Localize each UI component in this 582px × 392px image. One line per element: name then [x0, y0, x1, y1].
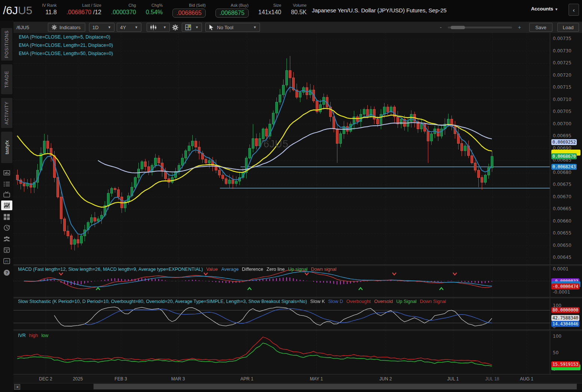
- ema50-indicator-label[interactable]: EMA (Price=CLOSE, Length=50, Displace=0): [19, 51, 113, 56]
- price-tick: 0.00655: [553, 230, 572, 236]
- time-axis-label: JUN 2: [373, 376, 399, 382]
- stat-last-size: Last / Size.0068670 /12: [67, 3, 101, 18]
- dashboard-icon[interactable]: [1, 212, 12, 222]
- tv-icon[interactable]: [1, 190, 12, 199]
- time-axis-label: JUL 1: [440, 376, 466, 382]
- time-axis-label: MAY 1: [303, 376, 330, 382]
- stat-label: Bid (Sell): [189, 3, 206, 8]
- stat-label: IV Rank: [42, 3, 56, 8]
- stat-value: .0068675: [215, 9, 249, 18]
- time-axis-label: APR 1: [234, 376, 260, 382]
- time-axis[interactable]: DEC 22025FEB 3MAR 3APR 1MAY 1JUN 2JUL 1J…: [13, 374, 582, 383]
- svg-text:?: ?: [6, 270, 8, 275]
- help-icon[interactable]: ?: [1, 268, 12, 278]
- price-tick: 0.00700: [553, 121, 572, 126]
- legend-item: Up signal: [288, 267, 307, 272]
- load-button[interactable]: Load: [557, 23, 579, 32]
- tastytrade-window: /6JU5 IV Rank11.8Last / Size.0068670 /12…: [0, 0, 582, 392]
- zoom-out-button[interactable]: -: [440, 24, 442, 30]
- save-button[interactable]: Save: [529, 23, 552, 32]
- legend-item: Overbought: [346, 299, 371, 304]
- collapse-panel-button[interactable]: ‹: [569, 4, 579, 16]
- legend-item: Value: [206, 267, 218, 272]
- stat-value: .0000370: [111, 9, 136, 16]
- timeframe-dropdown[interactable]: 1D▼: [89, 23, 114, 32]
- followers-icon[interactable]: [1, 234, 12, 244]
- zoom-control: - +: [440, 23, 521, 32]
- legend-item: Up Signal: [396, 299, 416, 304]
- watchlist-icon[interactable]: [1, 179, 12, 189]
- tab-positions[interactable]: POSITIONS: [1, 28, 12, 61]
- zoom-slider[interactable]: [448, 27, 512, 28]
- scroll-left-button[interactable]: ◄: [14, 384, 20, 390]
- ivr-indicator-label[interactable]: IVRhighlow: [18, 333, 48, 338]
- macd-indicator-label[interactable]: MACD (Fast length=12, Slow length=26, MA…: [18, 267, 336, 272]
- zoom-slider-thumb[interactable]: [451, 26, 465, 29]
- quote-stats: IV Rank11.8Last / Size.0068670 /12Chg.00…: [32, 3, 306, 18]
- accounts-label: Accounts: [531, 6, 553, 12]
- calendar-back-icon[interactable]: [1, 245, 12, 255]
- fixed-income-icon[interactable]: FI: [1, 256, 12, 266]
- chart-toolbar: /6JU5 Indicators 1D▼ 4Y▼ ▼: [13, 22, 582, 33]
- axis-badge: 0.0068670: [551, 153, 577, 159]
- stat-label: Size: [273, 3, 281, 8]
- legend-item: Slow K: [310, 299, 325, 304]
- stat-chg: Chg.0000370: [111, 3, 136, 18]
- stat-label: Volume: [293, 3, 307, 8]
- chart-settings-button[interactable]: [172, 23, 178, 32]
- timeframe-value: 1D: [92, 25, 99, 30]
- legend-item: high: [29, 333, 38, 338]
- stochastic-indicator-label[interactable]: Slow Stochastic (K Period=10, D Period=1…: [18, 299, 446, 304]
- zoom-in-button[interactable]: +: [518, 24, 521, 30]
- symbol: /6JU5: [3, 4, 32, 17]
- price-tick: 0.00665: [553, 206, 572, 211]
- price-tick: 0.00675: [553, 182, 572, 187]
- accounts-menu[interactable]: Accounts▾: [531, 6, 557, 12]
- drawing-tool-dropdown[interactable]: No Tool▼: [205, 23, 260, 32]
- ivr-tick: 100: [553, 334, 561, 339]
- history-clock-icon[interactable]: [1, 223, 12, 233]
- chart-watermark: /6JU5: [260, 138, 289, 150]
- indicators-button[interactable]: Indicators: [48, 23, 85, 32]
- gear-icon: [172, 24, 178, 31]
- chart-type-dropdown[interactable]: ▼: [147, 23, 170, 32]
- instrument-title: Japanese Yen/U.S. Dollar (JPY/USD) Futur…: [312, 7, 447, 13]
- tab-activity[interactable]: ACTIVITY: [1, 98, 12, 128]
- price-tick: 0.00730: [553, 48, 572, 53]
- price-tick: 0.00720: [553, 73, 572, 78]
- ema5-indicator-label[interactable]: EMA (Price=CLOSE, Length=5, Displace=0): [19, 34, 110, 40]
- time-axis-label: AUG 1: [514, 376, 540, 382]
- panel-splitter[interactable]: [13, 264, 582, 266]
- legend-item: low: [41, 333, 48, 338]
- ema21-indicator-label[interactable]: EMA (Price=CLOSE, Length=21, Displace=0): [19, 43, 113, 48]
- chart-area: /6JU5 EMA (Price=CLOSE, Length=5, Displa…: [13, 33, 582, 374]
- price-tick: 0.00650: [553, 243, 572, 248]
- stat-bid-sell-[interactable]: Bid (Sell).0068665: [172, 3, 206, 18]
- stat-value: .0068665: [172, 9, 206, 18]
- horizontal-scrollbar: ◄: [13, 383, 582, 390]
- ivr-panel-canvas[interactable]: [13, 331, 550, 374]
- tab-tastyfx[interactable]: tastyfx: [1, 132, 12, 163]
- panel-splitter[interactable]: [13, 330, 582, 331]
- stat-value: .0068670 /12: [67, 9, 101, 16]
- range-dropdown[interactable]: 4Y▼: [117, 23, 141, 32]
- toolbar-symbol: /6JU5: [16, 23, 29, 32]
- tool-value: No Tool: [217, 25, 233, 30]
- chart-grid-icon[interactable]: [1, 200, 12, 210]
- stat-ask-buy-[interactable]: Ask (Buy).0068675: [215, 3, 249, 18]
- panel-splitter[interactable]: [13, 297, 582, 298]
- svg-text:FI: FI: [5, 260, 8, 263]
- chevron-down-icon: ▼: [195, 25, 199, 29]
- ivr-label-text: IVR: [18, 333, 26, 338]
- stochastic-legend: Slow KSlow DOverboughtOversoldUp SignalD…: [307, 299, 446, 304]
- value-axis[interactable]: 0.007350.007300.007250.007200.007150.007…: [550, 33, 582, 374]
- stat-label: Chg%: [151, 3, 163, 8]
- scrollbar-thumb[interactable]: [94, 384, 577, 389]
- tab-trade[interactable]: TRADE: [1, 64, 12, 94]
- legend-item: Difference: [242, 267, 263, 272]
- axis-badge: 0.0069252: [551, 139, 577, 145]
- quote-chart-icon[interactable]: [1, 168, 12, 178]
- chart-layout-dropdown[interactable]: ▼: [182, 23, 202, 32]
- macd-label-text: MACD (Fast length=12, Slow length=26, MA…: [18, 267, 203, 272]
- legend-item: Average: [221, 267, 239, 272]
